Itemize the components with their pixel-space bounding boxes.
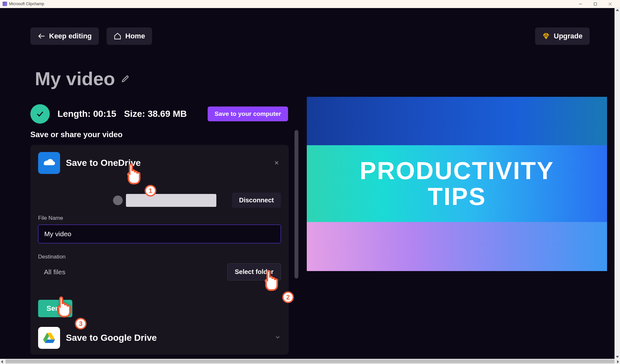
home-label: Home — [125, 32, 145, 40]
destination-row: All files Select folder — [38, 263, 281, 280]
onedrive-panel-header: Save to OneDrive ✕ — [38, 152, 281, 174]
video-title-row: My video — [35, 68, 130, 89]
chevron-down-icon — [274, 334, 281, 342]
upgrade-label: Upgrade — [554, 32, 583, 40]
preview-band-bottom — [307, 222, 607, 271]
destination-value: All files — [38, 268, 66, 276]
keep-editing-label: Keep editing — [49, 32, 92, 40]
preview-band-middle: PRODUCTIVITY TIPS — [307, 145, 607, 222]
close-icon[interactable]: ✕ — [272, 157, 281, 168]
preview-text: PRODUCTIVITY TIPS — [360, 158, 554, 209]
onedrive-panel: Save to OneDrive ✕ Disconnect File Name … — [30, 145, 289, 326]
horizontal-scrollbar-thumb[interactable] — [5, 359, 615, 363]
onedrive-panel-title: Save to OneDrive — [66, 158, 141, 168]
preview-band-top — [307, 97, 607, 145]
window-title: Microsoft Clipchamp — [9, 2, 573, 6]
video-title: My video — [35, 68, 115, 89]
window-titlebar: Microsoft Clipchamp — [0, 0, 620, 8]
save-to-computer-button[interactable]: Save to your computer — [208, 106, 288, 121]
save-share-heading: Save or share your video — [30, 130, 122, 139]
select-folder-button[interactable]: Select folder — [227, 263, 281, 280]
svg-rect-1 — [594, 3, 596, 5]
app-icon — [3, 2, 7, 6]
edit-title-button[interactable] — [121, 74, 130, 83]
header-bar: Keep editing Home Upgrade — [30, 27, 590, 45]
size-text: Size: 38.69 MB — [124, 109, 187, 119]
google-drive-title: Save to Google Drive — [66, 333, 157, 343]
status-row: Length: 00:15 Size: 38.69 MB Save to you… — [30, 104, 288, 124]
check-icon — [30, 104, 50, 124]
length-text: Length: 00:15 — [57, 109, 116, 119]
destination-label: Destination — [38, 254, 281, 260]
file-name-value: My video — [44, 230, 71, 238]
file-name-input[interactable]: My video — [38, 225, 281, 243]
account-display — [126, 194, 216, 207]
account-row: Disconnect — [38, 193, 281, 208]
file-name-label: File Name — [38, 215, 281, 221]
home-button[interactable]: Home — [107, 27, 152, 45]
keep-editing-button[interactable]: Keep editing — [30, 27, 99, 45]
onedrive-icon — [38, 152, 60, 174]
app-body: Keep editing Home Upgrade My video Lengt… — [0, 8, 620, 359]
panel-scrollbar[interactable] — [294, 130, 298, 278]
upgrade-button[interactable]: Upgrade — [535, 27, 590, 45]
home-icon — [114, 32, 121, 40]
avatar — [113, 196, 123, 205]
video-preview: PRODUCTIVITY TIPS — [307, 97, 607, 271]
vertical-scrollbar[interactable] — [615, 8, 620, 359]
window-maximize-button[interactable] — [588, 0, 603, 8]
disconnect-button[interactable]: Disconnect — [232, 193, 281, 208]
horizontal-scrollbar[interactable] — [0, 359, 620, 364]
window-close-button[interactable] — [603, 0, 617, 8]
arrow-left-icon — [37, 32, 45, 40]
diamond-icon — [542, 32, 550, 40]
google-drive-panel[interactable]: Save to Google Drive — [30, 321, 289, 355]
window-minimize-button[interactable] — [573, 0, 588, 8]
google-drive-icon — [38, 327, 60, 349]
send-button[interactable]: Send — [38, 300, 72, 317]
